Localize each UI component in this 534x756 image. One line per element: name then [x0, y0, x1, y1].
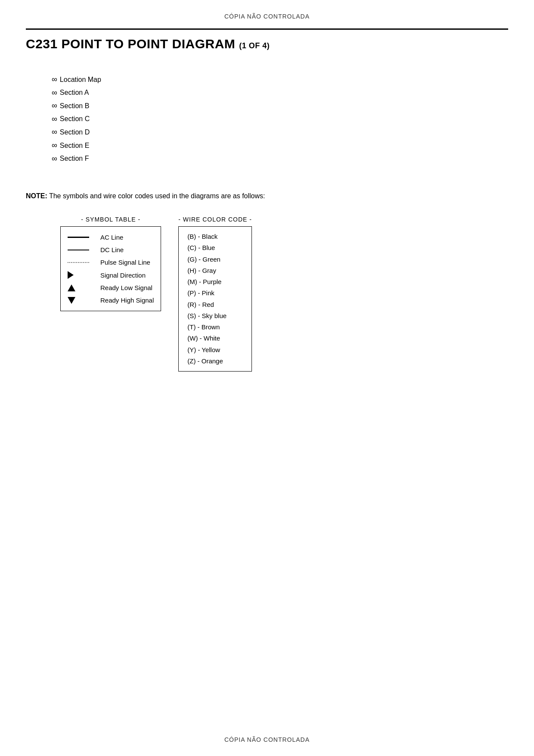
toc-item-section-f[interactable]: ∞ Section F: [52, 152, 508, 166]
toc-label: Section A: [60, 87, 89, 98]
note-section: NOTE: The symbols and wire color codes u…: [26, 191, 508, 201]
infinity-icon: ∞: [52, 139, 57, 152]
toc-item-section-b[interactable]: ∞ Section B: [52, 99, 508, 112]
wire-color-table-title: - WIRE COLOR CODE -: [178, 214, 252, 225]
wire-color-row-g: (G) - Green: [187, 254, 243, 265]
wire-color-row-s: (S) - Sky blue: [187, 310, 243, 322]
note-label: NOTE:: [26, 192, 47, 200]
toc-label: Location Map: [60, 74, 101, 85]
toc-section: ∞ Location Map ∞ Section A ∞ Section B ∞…: [52, 73, 508, 165]
signal-direction-icon: [68, 271, 93, 279]
wire-color-row-c: (C) - Blue: [187, 242, 243, 253]
ready-low-icon: [68, 284, 93, 291]
wire-color-row-r: (R) - Red: [187, 299, 243, 310]
symbol-row-ac: AC Line: [68, 231, 154, 244]
symbol-row-ready-low: Ready Low Signal: [68, 281, 154, 294]
symbol-label-dc: DC Line: [100, 246, 124, 253]
toc-label: Section E: [60, 140, 89, 151]
wire-color-table-wrapper: - WIRE COLOR CODE - (B) - Black (C) - Bl…: [178, 214, 252, 372]
symbol-row-dc: DC Line: [68, 244, 154, 256]
ready-high-icon: [68, 297, 93, 304]
symbol-row-ready-high: Ready High Signal: [68, 294, 154, 306]
ac-line-graphic: [68, 237, 89, 238]
symbol-label-ready-high: Ready High Signal: [100, 297, 154, 304]
dc-line-icon: [68, 250, 93, 250]
symbol-row-signal-direction: Signal Direction: [68, 269, 154, 281]
toc-label: Section D: [60, 126, 90, 138]
infinity-icon: ∞: [52, 99, 57, 112]
pulse-line-graphic: [68, 262, 89, 263]
wire-color-row-p: (P) - Pink: [187, 287, 243, 299]
wire-color-row-y: (Y) - Yellow: [187, 344, 243, 356]
symbol-label-ready-low: Ready Low Signal: [100, 284, 152, 291]
wire-color-table: (B) - Black (C) - Blue (G) - Green (H) -…: [178, 226, 252, 372]
infinity-icon: ∞: [52, 86, 57, 100]
infinity-icon: ∞: [52, 125, 57, 139]
arrow-up-graphic: [68, 284, 75, 291]
infinity-icon: ∞: [52, 73, 57, 86]
ac-line-icon: [68, 237, 93, 238]
toc-item-section-e[interactable]: ∞ Section E: [52, 139, 508, 152]
footer-watermark: CÓPIA NÃO CONTROLADA: [0, 736, 534, 743]
note-text: The symbols and wire color codes used in…: [47, 192, 265, 200]
toc-item-section-c[interactable]: ∞ Section C: [52, 112, 508, 126]
infinity-icon: ∞: [52, 112, 57, 126]
symbol-label-ac: AC Line: [100, 234, 123, 241]
symbol-table-title: - SYMBOL TABLE -: [60, 214, 161, 225]
toc-label: Section F: [60, 153, 89, 164]
wire-color-row-m: (M) - Purple: [187, 276, 243, 287]
header-watermark: CÓPIA NÃO CONTROLADA: [0, 0, 534, 20]
title-subtitle: (1 OF 4): [239, 41, 270, 50]
wire-color-row-h: (H) - Gray: [187, 265, 243, 276]
arrow-right-graphic: [68, 271, 74, 279]
symbol-row-pulse: Pulse Signal Line: [68, 256, 154, 269]
symbol-label-pulse: Pulse Signal Line: [100, 259, 150, 266]
dc-line-graphic: [68, 250, 89, 250]
wire-color-row-w: (W) - White: [187, 333, 243, 344]
toc-item-location-map[interactable]: ∞ Location Map: [52, 73, 508, 86]
toc-label: Section C: [60, 113, 90, 125]
toc-item-section-d[interactable]: ∞ Section D: [52, 125, 508, 139]
arrow-down-graphic: [68, 297, 75, 304]
pulse-line-icon: [68, 262, 93, 263]
wire-color-row-z: (Z) - Orange: [187, 356, 243, 367]
toc-label: Section B: [60, 100, 89, 112]
toc-item-section-a[interactable]: ∞ Section A: [52, 86, 508, 100]
wire-color-row-b: (B) - Black: [187, 231, 243, 242]
page-title: C231 POINT TO POINT DIAGRAM (1 OF 4): [26, 37, 508, 51]
symbol-label-signal-direction: Signal Direction: [100, 272, 146, 279]
symbol-table: AC Line DC Line Pulse Signal Line Signal…: [60, 226, 161, 311]
title-text: C231 POINT TO POINT DIAGRAM: [26, 37, 235, 51]
title-section: C231 POINT TO POINT DIAGRAM (1 OF 4): [26, 28, 508, 51]
symbol-table-wrapper: - SYMBOL TABLE - AC Line DC Line Pulse S…: [60, 214, 161, 311]
infinity-icon: ∞: [52, 152, 57, 166]
wire-color-row-t: (T) - Brown: [187, 322, 243, 333]
tables-container: - SYMBOL TABLE - AC Line DC Line Pulse S…: [60, 214, 508, 372]
